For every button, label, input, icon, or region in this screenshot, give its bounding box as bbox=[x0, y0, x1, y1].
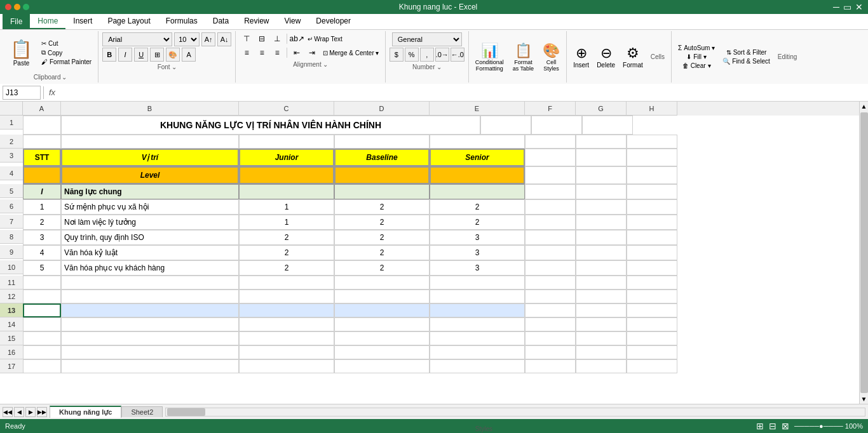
cell-h9[interactable] bbox=[627, 245, 677, 260]
cell-b1[interactable]: KHUNG NĂNG LỰC VỊ TRÍ NHÂN VIÊN HÀNH CHÍ… bbox=[61, 116, 480, 135]
increase-decimal-button[interactable]: .0→ bbox=[435, 48, 449, 62]
format-button[interactable]: ⚙ Format bbox=[620, 38, 646, 76]
tab-formulas[interactable]: Formulas bbox=[158, 14, 205, 29]
sheet-tab-2[interactable]: Sheet2 bbox=[121, 406, 163, 417]
view-normal-icon[interactable]: ⊞ bbox=[756, 421, 764, 431]
view-layout-icon[interactable]: ⊟ bbox=[769, 421, 776, 431]
sort-filter-button[interactable]: ⇅ Sort & Filter bbox=[724, 48, 770, 57]
col-header-b[interactable]: B bbox=[61, 102, 239, 116]
cell-d7[interactable]: 2 bbox=[334, 215, 430, 230]
italic-button[interactable]: I bbox=[118, 48, 132, 62]
scroll-up-button[interactable]: ▲ bbox=[860, 102, 868, 111]
tab-home[interactable]: Home bbox=[30, 14, 65, 29]
cell-e8[interactable]: 3 bbox=[430, 230, 525, 245]
cell-e16[interactable] bbox=[430, 345, 525, 359]
cell-b7[interactable]: Nơi làm việc lý tưởng bbox=[61, 215, 239, 230]
tab-developer[interactable]: Developer bbox=[308, 14, 358, 29]
cell-h1[interactable] bbox=[582, 116, 633, 135]
delete-button[interactable]: ⊖ Delete bbox=[594, 38, 618, 76]
cell-a5[interactable]: I bbox=[23, 184, 61, 199]
cell-f15[interactable] bbox=[525, 331, 576, 345]
cell-b8[interactable]: Quy trình, quy định ISO bbox=[61, 230, 239, 245]
decrease-indent-button[interactable]: ⇤ bbox=[290, 46, 304, 59]
cell-g10[interactable] bbox=[576, 260, 627, 276]
cell-a11[interactable] bbox=[23, 276, 61, 290]
cell-d2[interactable] bbox=[334, 135, 430, 149]
cell-f14[interactable] bbox=[525, 317, 576, 331]
cell-f10[interactable] bbox=[525, 260, 576, 276]
cell-b2[interactable] bbox=[61, 135, 239, 149]
text-angle-button[interactable]: ab↗ bbox=[290, 32, 304, 45]
cell-c12[interactable] bbox=[239, 290, 334, 303]
format-painter-button[interactable]: 🖌 Format Painter bbox=[39, 58, 94, 66]
percent-button[interactable]: % bbox=[405, 48, 419, 62]
cell-h4[interactable] bbox=[627, 166, 677, 184]
cell-g2[interactable] bbox=[576, 135, 627, 149]
cell-b13[interactable] bbox=[61, 303, 239, 317]
format-table-button[interactable]: 📋 Formatas Table bbox=[510, 38, 536, 76]
view-page-icon[interactable]: ⊠ bbox=[782, 421, 789, 431]
fill-button[interactable]: ⬇ Fill ▾ bbox=[684, 53, 709, 61]
accounting-button[interactable]: $ bbox=[390, 48, 403, 62]
cell-a10[interactable]: 5 bbox=[23, 260, 61, 276]
col-header-h[interactable]: H bbox=[627, 102, 677, 116]
wrap-text-button[interactable]: ↵ Wrap Text bbox=[305, 32, 345, 45]
tab-data[interactable]: Data bbox=[205, 14, 236, 29]
sheet-nav-prev[interactable]: ◀ bbox=[14, 407, 24, 417]
cell-c15[interactable] bbox=[239, 331, 334, 345]
minimize-icon[interactable]: ─ bbox=[833, 2, 839, 12]
cell-e5[interactable] bbox=[430, 184, 525, 199]
cell-d15[interactable] bbox=[334, 331, 430, 345]
cell-f5[interactable] bbox=[525, 184, 576, 199]
cell-f4[interactable] bbox=[525, 166, 576, 184]
align-center-button[interactable]: ≡ bbox=[255, 46, 269, 59]
cell-e13[interactable] bbox=[430, 303, 525, 317]
cut-button[interactable]: ✂ Cut bbox=[39, 39, 94, 48]
cell-h3[interactable] bbox=[627, 149, 677, 166]
cell-e9[interactable]: 3 bbox=[430, 245, 525, 260]
cell-f9[interactable] bbox=[525, 245, 576, 260]
increase-indent-button[interactable]: ⇥ bbox=[305, 46, 319, 59]
conditional-formatting-button[interactable]: 📊 ConditionalFormatting bbox=[473, 38, 506, 76]
cell-c14[interactable] bbox=[239, 317, 334, 331]
cell-d14[interactable] bbox=[334, 317, 430, 331]
cell-d12[interactable] bbox=[334, 290, 430, 303]
cell-e11[interactable] bbox=[430, 276, 525, 290]
cell-a17[interactable] bbox=[23, 359, 61, 373]
cell-b6[interactable]: Sứ mệnh phục vụ xã hội bbox=[61, 199, 239, 215]
cell-h13[interactable] bbox=[627, 303, 677, 317]
cell-c5[interactable] bbox=[239, 184, 334, 199]
tab-page-layout[interactable]: Page Layout bbox=[100, 14, 158, 29]
cell-a12[interactable] bbox=[23, 290, 61, 303]
clear-button[interactable]: 🗑 Clear ▾ bbox=[680, 62, 714, 70]
cell-d8[interactable]: 2 bbox=[334, 230, 430, 245]
cell-b9[interactable]: Văn hóa kỷ luật bbox=[61, 245, 239, 260]
cell-h16[interactable] bbox=[627, 345, 677, 359]
cell-f2[interactable] bbox=[525, 135, 576, 149]
tab-file[interactable]: File bbox=[3, 14, 30, 29]
cell-d16[interactable] bbox=[334, 345, 430, 359]
cell-b11[interactable] bbox=[61, 276, 239, 290]
cell-b5[interactable]: Năng lực chung bbox=[61, 184, 239, 199]
cell-d17[interactable] bbox=[334, 359, 430, 373]
cell-a1[interactable] bbox=[23, 116, 61, 135]
cell-b4[interactable]: Level bbox=[61, 166, 239, 184]
cell-a9[interactable]: 4 bbox=[23, 245, 61, 260]
font-color-button[interactable]: A bbox=[182, 48, 196, 62]
restore-icon[interactable]: ▭ bbox=[843, 2, 851, 12]
cell-f12[interactable] bbox=[525, 290, 576, 303]
increase-font-button[interactable]: A↑ bbox=[201, 32, 215, 46]
zoom-slider[interactable]: ─────●──── 100% bbox=[794, 422, 863, 430]
sheet-nav-next[interactable]: ▶ bbox=[25, 407, 36, 417]
tab-view[interactable]: View bbox=[277, 14, 309, 29]
align-bottom-button[interactable]: ⊥ bbox=[270, 32, 284, 45]
cell-h12[interactable] bbox=[627, 290, 677, 303]
cell-g6[interactable] bbox=[576, 199, 627, 215]
cell-g16[interactable] bbox=[576, 345, 627, 359]
sheet-nav-first[interactable]: ◀◀ bbox=[3, 407, 13, 417]
cell-f7[interactable] bbox=[525, 215, 576, 230]
merge-center-button[interactable]: ⊡ Merge & Center ▾ bbox=[320, 46, 381, 59]
number-format-select[interactable]: General bbox=[392, 32, 462, 46]
font-family-select[interactable]: Arial bbox=[102, 32, 172, 46]
cell-f11[interactable] bbox=[525, 276, 576, 290]
